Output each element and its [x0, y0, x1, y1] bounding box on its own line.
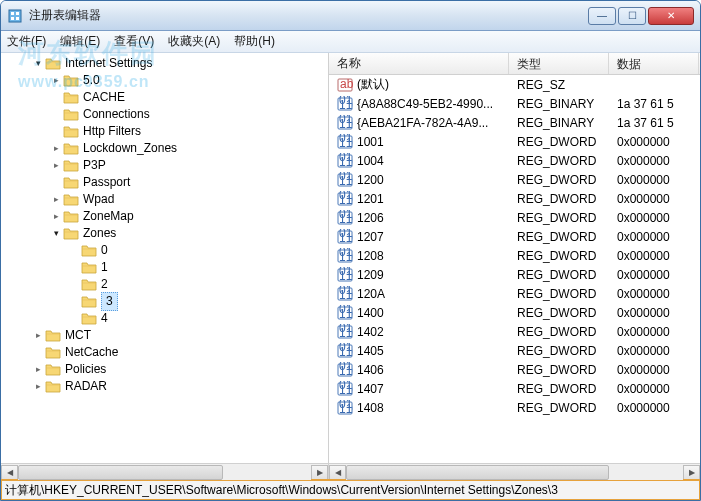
status-bar: 计算机\HKEY_CURRENT_USER\Software\Microsoft…: [1, 480, 700, 500]
tree-label: CACHE: [83, 89, 125, 106]
value-row[interactable]: 0111101200REG_DWORD0x000000: [329, 170, 700, 189]
value-row[interactable]: 0111101402REG_DWORD0x000000: [329, 322, 700, 341]
folder-icon: [63, 74, 79, 88]
col-type[interactable]: 类型: [509, 53, 609, 74]
menu-help[interactable]: 帮助(H): [234, 33, 275, 50]
folder-icon: [63, 193, 79, 207]
tree-item[interactable]: ▸ZoneMap: [49, 208, 328, 225]
expand-icon[interactable]: ▸: [31, 327, 45, 344]
scroll-right-button[interactable]: ▶: [683, 465, 700, 480]
value-row[interactable]: 0111101208REG_DWORD0x000000: [329, 246, 700, 265]
menu-edit[interactable]: 编辑(E): [60, 33, 100, 50]
folder-icon: [63, 125, 79, 139]
value-row[interactable]: 0111101004REG_DWORD0x000000: [329, 151, 700, 170]
svg-rect-4: [16, 17, 19, 20]
expand-icon[interactable]: ▸: [49, 157, 63, 174]
value-data: 0x000000: [609, 249, 699, 263]
expand-icon[interactable]: ▾: [31, 55, 45, 72]
tree-item[interactable]: 3: [67, 293, 328, 310]
tree-item[interactable]: ▸5.0: [49, 72, 328, 89]
tree-item[interactable]: ▸Policies: [31, 361, 328, 378]
scroll-track[interactable]: [346, 465, 683, 480]
tree-label: Policies: [65, 361, 106, 378]
value-row[interactable]: 0111101406REG_DWORD0x000000: [329, 360, 700, 379]
value-data: 0x000000: [609, 211, 699, 225]
tree-item[interactable]: 1: [67, 259, 328, 276]
expand-icon[interactable]: ▸: [49, 208, 63, 225]
tree-item[interactable]: ▾Internet Settings: [31, 55, 328, 72]
registry-tree[interactable]: ▾Internet Settings▸5.0CACHEConnectionsHt…: [1, 53, 328, 463]
binary-value-icon: 011110: [337, 191, 353, 207]
value-data: 0x000000: [609, 401, 699, 415]
folder-icon: [45, 363, 61, 377]
svg-text:110: 110: [339, 307, 353, 321]
expand-icon[interactable]: ▸: [31, 378, 45, 395]
scroll-left-button[interactable]: ◀: [1, 465, 18, 480]
value-row[interactable]: 0111101405REG_DWORD0x000000: [329, 341, 700, 360]
tree-label: Passport: [83, 174, 130, 191]
title-bar[interactable]: 注册表编辑器 — ☐ ✕: [1, 1, 700, 31]
tree-item[interactable]: ▾Zones: [49, 225, 328, 242]
value-data: 0x000000: [609, 154, 699, 168]
tree-hscroll[interactable]: ◀ ▶: [1, 463, 328, 480]
tree-item[interactable]: 4: [67, 310, 328, 327]
menu-favorites[interactable]: 收藏夹(A): [168, 33, 220, 50]
value-row[interactable]: 011110{A8A88C49-5EB2-4990...REG_BINARY1a…: [329, 94, 700, 113]
tree-item[interactable]: Http Filters: [49, 123, 328, 140]
scroll-thumb[interactable]: [346, 465, 609, 480]
value-row[interactable]: 0111101001REG_DWORD0x000000: [329, 132, 700, 151]
value-row[interactable]: 0111101206REG_DWORD0x000000: [329, 208, 700, 227]
tree-item[interactable]: ▸P3P: [49, 157, 328, 174]
tree-item[interactable]: 0: [67, 242, 328, 259]
expand-icon[interactable]: ▸: [31, 361, 45, 378]
tree-item[interactable]: NetCache: [31, 344, 328, 361]
tree-item[interactable]: Connections: [49, 106, 328, 123]
value-type: REG_DWORD: [509, 154, 609, 168]
list-header: 名称 类型 数据: [329, 53, 700, 75]
col-data[interactable]: 数据: [609, 53, 699, 74]
folder-icon: [63, 227, 79, 241]
value-row[interactable]: 0111101408REG_DWORD0x000000: [329, 398, 700, 417]
svg-text:110: 110: [339, 288, 353, 302]
expand-icon[interactable]: ▸: [49, 140, 63, 157]
tree-item[interactable]: CACHE: [49, 89, 328, 106]
list-hscroll[interactable]: ◀ ▶: [329, 463, 700, 480]
value-name: 1406: [357, 363, 384, 377]
value-row[interactable]: 0111101207REG_DWORD0x000000: [329, 227, 700, 246]
maximize-button[interactable]: ☐: [618, 7, 646, 25]
tree-item[interactable]: ▸Lockdown_Zones: [49, 140, 328, 157]
value-row[interactable]: 0111101407REG_DWORD0x000000: [329, 379, 700, 398]
menu-file[interactable]: 文件(F): [7, 33, 46, 50]
tree-item[interactable]: 2: [67, 276, 328, 293]
tree-item[interactable]: ▸Wpad: [49, 191, 328, 208]
value-type: REG_BINARY: [509, 97, 609, 111]
tree-item[interactable]: ▸MCT: [31, 327, 328, 344]
expand-icon[interactable]: ▸: [49, 191, 63, 208]
minimize-button[interactable]: —: [588, 7, 616, 25]
value-type: REG_SZ: [509, 78, 609, 92]
value-row[interactable]: 0111101400REG_DWORD0x000000: [329, 303, 700, 322]
scroll-thumb[interactable]: [18, 465, 223, 480]
expand-icon[interactable]: ▾: [49, 225, 63, 242]
expand-icon[interactable]: ▸: [49, 72, 63, 89]
values-list[interactable]: ab(默认)REG_SZ011110{A8A88C49-5EB2-4990...…: [329, 75, 700, 463]
scroll-left-button[interactable]: ◀: [329, 465, 346, 480]
binary-value-icon: 011110: [337, 115, 353, 131]
scroll-track[interactable]: [18, 465, 311, 480]
scroll-right-button[interactable]: ▶: [311, 465, 328, 480]
value-type: REG_DWORD: [509, 287, 609, 301]
value-row[interactable]: 0111101209REG_DWORD0x000000: [329, 265, 700, 284]
col-name[interactable]: 名称: [329, 53, 509, 74]
value-name: 1407: [357, 382, 384, 396]
folder-icon: [63, 108, 79, 122]
tree-item[interactable]: Passport: [49, 174, 328, 191]
value-row[interactable]: 011110120AREG_DWORD0x000000: [329, 284, 700, 303]
tree-label: NetCache: [65, 344, 118, 361]
svg-text:110: 110: [339, 212, 353, 226]
menu-view[interactable]: 查看(V): [114, 33, 154, 50]
value-row[interactable]: 0111101201REG_DWORD0x000000: [329, 189, 700, 208]
value-row[interactable]: 011110{AEBA21FA-782A-4A9...REG_BINARY1a …: [329, 113, 700, 132]
value-row[interactable]: ab(默认)REG_SZ: [329, 75, 700, 94]
close-button[interactable]: ✕: [648, 7, 694, 25]
tree-item[interactable]: ▸RADAR: [31, 378, 328, 395]
